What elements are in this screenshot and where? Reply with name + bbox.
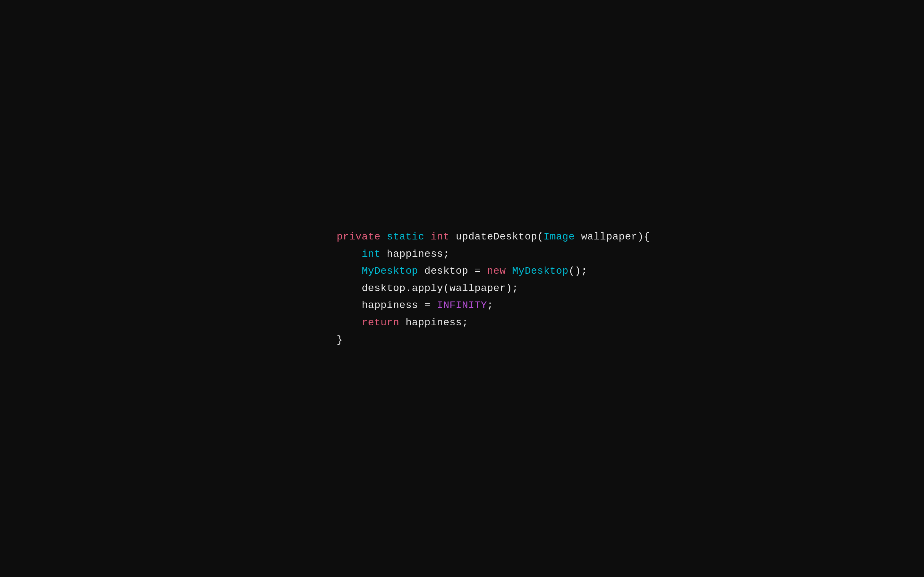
code-token: int [431,231,449,242]
code-line: happiness = INFINITY; [337,297,650,314]
code-token: new [487,266,506,277]
code-display: private static int updateDesktop(Image w… [337,228,650,348]
code-token: ; [487,300,493,311]
code-token: return [362,317,399,328]
code-token: } [337,334,343,345]
code-line: int happiness; [337,246,650,263]
code-line: MyDesktop desktop = new MyDesktop(); [337,263,650,280]
code-token [506,266,512,277]
code-token: desktop.apply(wallpaper); [337,283,519,294]
code-token: wallpaper){ [575,231,650,242]
code-token: (); [569,266,587,277]
code-line: } [337,331,650,349]
code-token: happiness; [380,248,449,259]
code-token: MyDesktop [362,266,418,277]
code-line: private static int updateDesktop(Image w… [337,228,650,246]
code-token: happiness; [399,317,468,328]
code-token: int [362,248,380,259]
code-token: MyDesktop [512,266,569,277]
code-token: static [387,231,425,242]
code-line: return happiness; [337,314,650,331]
code-token [337,317,362,328]
code-token: desktop = [418,266,487,277]
code-token [337,266,362,277]
code-token: Image [544,231,575,242]
code-token: updateDesktop( [449,231,543,242]
code-token [380,231,386,242]
code-token: happiness = [337,300,437,311]
code-token [425,231,431,242]
code-token: INFINITY [437,300,487,311]
code-token [337,248,362,259]
code-token: private [337,231,381,242]
code-line: desktop.apply(wallpaper); [337,280,650,297]
